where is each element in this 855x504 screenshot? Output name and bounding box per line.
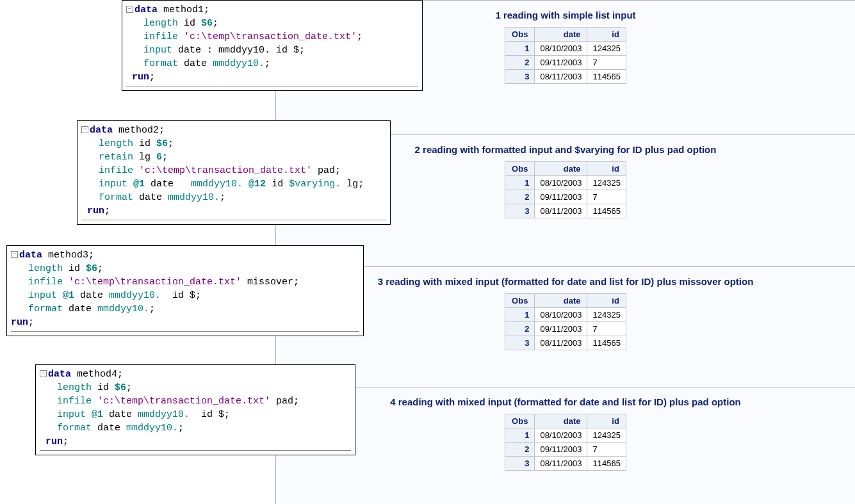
table-cell: 114565 — [587, 457, 626, 471]
output-table: Obsdateid108/10/2003124325209/11/2003730… — [505, 293, 626, 350]
column-header: id — [587, 414, 626, 428]
table-cell: 124325 — [587, 428, 626, 443]
table-cell: 2 — [505, 190, 535, 204]
collapse-icon[interactable] — [40, 370, 47, 377]
collapse-icon[interactable] — [11, 251, 18, 258]
code-line: input date : mmddyy10. id $; — [126, 44, 418, 57]
table-row: 308/11/2003114565 — [505, 457, 626, 471]
table-cell: 3 — [505, 204, 535, 218]
table-cell: 7 — [587, 56, 626, 70]
table-cell: 114565 — [587, 70, 626, 84]
code-line: run; — [40, 435, 351, 448]
code-line: input @1 date mmddyy10. id $; — [40, 408, 351, 421]
table-row: 308/11/2003114565 — [505, 70, 626, 84]
result-title: 4 reading with mixed input (formatted fo… — [282, 394, 849, 414]
code-line: length id $6; — [126, 17, 418, 30]
page-container: data method1; length id $6; infile 'c:\t… — [0, 0, 855, 504]
table-cell: 08/10/2003 — [535, 428, 587, 443]
column-header: Obs — [505, 294, 535, 308]
table-row: 308/11/2003114565 — [505, 204, 626, 218]
code-line: infile 'c:\temp\transaction_date.txt' pa… — [40, 394, 351, 408]
collapse-icon[interactable] — [81, 126, 88, 133]
table-row: 108/10/2003124325 — [505, 176, 626, 190]
code-line: data method1; — [126, 3, 418, 17]
table-cell: 3 — [505, 70, 535, 84]
table-row: 108/10/2003124325 — [505, 428, 626, 443]
table-cell: 08/10/2003 — [535, 176, 587, 190]
code-line: length id $6; — [40, 381, 351, 394]
table-cell: 09/11/2003 — [535, 56, 587, 70]
output-table: Obsdateid108/10/2003124325209/11/2003730… — [505, 27, 626, 84]
table-cell: 2 — [505, 322, 535, 336]
code-line: input @1 date mmddyy10. @12 id $varying.… — [81, 177, 386, 191]
code-line: data method2; — [81, 124, 386, 137]
table-row: 209/11/20037 — [505, 443, 626, 457]
table-cell: 09/11/2003 — [535, 190, 587, 204]
column-header: date — [535, 414, 587, 428]
code-line: infile 'c:\temp\transaction_date.txt' pa… — [81, 164, 386, 177]
table-cell: 09/11/2003 — [535, 443, 587, 457]
code-line: length id $6; — [11, 262, 359, 275]
code-line: run; — [126, 70, 418, 84]
code-line: run; — [81, 204, 386, 218]
code-box-2: data method2; length id $6; retain lg 6;… — [77, 120, 391, 225]
code-line: format date mmddyy10.; — [126, 57, 418, 70]
code-line: length id $6; — [81, 137, 386, 150]
column-header: Obs — [505, 162, 535, 176]
code-line: infile 'c:\temp\transaction_date.txt' mi… — [11, 275, 359, 289]
table-cell: 124325 — [587, 308, 626, 322]
table-cell: 08/11/2003 — [535, 336, 587, 350]
table-cell: 114565 — [587, 336, 626, 350]
code-line: data method4; — [40, 368, 351, 381]
table-cell: 1 — [505, 42, 535, 56]
code-line: format date mmddyy10.; — [40, 421, 351, 435]
table-cell: 08/11/2003 — [535, 457, 587, 471]
column-header: date — [535, 28, 587, 42]
output-table: Obsdateid108/10/2003124325209/11/2003730… — [505, 161, 626, 218]
table-row: 308/11/2003114565 — [505, 336, 626, 350]
column-header: Obs — [505, 414, 535, 428]
code-line: infile 'c:\temp\transaction_date.txt'; — [126, 30, 418, 44]
table-cell: 1 — [505, 176, 535, 190]
code-line: data method3; — [11, 248, 359, 262]
table-row: 209/11/20037 — [505, 322, 626, 336]
code-column: data method1; length id $6; infile 'c:\t… — [0, 0, 275, 504]
code-line: run; — [11, 316, 359, 329]
table-cell: 3 — [505, 336, 535, 350]
column-header: id — [587, 294, 626, 308]
column-header: id — [587, 28, 626, 42]
table-cell: 08/10/2003 — [535, 42, 587, 56]
table-cell: 08/11/2003 — [535, 70, 587, 84]
table-cell: 08/10/2003 — [535, 308, 587, 322]
code-box-4: data method4; length id $6; infile 'c:\t… — [35, 364, 355, 455]
table-row: 209/11/20037 — [505, 56, 626, 70]
table-row: 108/10/2003124325 — [505, 308, 626, 322]
column-header: Obs — [505, 28, 535, 42]
output-table: Obsdateid108/10/2003124325209/11/2003730… — [505, 414, 626, 471]
table-cell: 124325 — [587, 176, 626, 190]
collapse-icon[interactable] — [126, 6, 133, 13]
code-line: input @1 date mmddyy10. id $; — [11, 289, 359, 302]
table-cell: 7 — [587, 322, 626, 336]
table-cell: 3 — [505, 457, 535, 471]
table-cell: 1 — [505, 308, 535, 322]
table-cell: 7 — [587, 443, 626, 457]
table-cell: 1 — [505, 428, 535, 443]
table-cell: 09/11/2003 — [535, 322, 587, 336]
table-cell: 2 — [505, 56, 535, 70]
code-box-3: data method3; length id $6; infile 'c:\t… — [6, 245, 364, 336]
table-cell: 114565 — [587, 204, 626, 218]
code-box-1: data method1; length id $6; infile 'c:\t… — [122, 0, 423, 91]
column-header: id — [587, 162, 626, 176]
table-cell: 2 — [505, 443, 535, 457]
column-header: date — [535, 162, 587, 176]
result-block-4: 4 reading with mixed input (formatted fo… — [276, 387, 855, 504]
result-title: 3 reading with mixed input (formatted fo… — [282, 273, 849, 293]
code-line: format date mmddyy10.; — [11, 302, 359, 316]
code-line: format date mmddyy10.; — [81, 191, 386, 204]
table-cell: 124325 — [587, 42, 626, 56]
column-header: date — [535, 294, 587, 308]
code-line: retain lg 6; — [81, 150, 386, 164]
table-row: 209/11/20037 — [505, 190, 626, 204]
table-cell: 08/11/2003 — [535, 204, 587, 218]
